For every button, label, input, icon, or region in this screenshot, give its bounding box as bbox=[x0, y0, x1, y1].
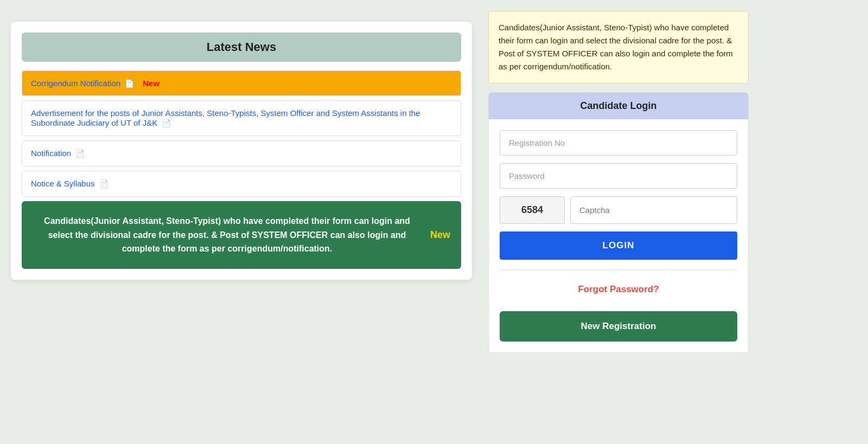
notification-row: Notification 📄 bbox=[22, 141, 461, 166]
green-box-new-badge: New bbox=[430, 229, 450, 241]
syllabus-row: Notice & Syllabus 📄 bbox=[22, 171, 461, 196]
syllabus-link[interactable]: Notice & Syllabus 📄 bbox=[31, 179, 108, 188]
advertisement-link[interactable]: Advertisement for the posts of Junior As… bbox=[31, 108, 420, 127]
advertisement-item: Advertisement for the posts of Junior As… bbox=[22, 100, 461, 136]
divider bbox=[500, 269, 737, 270]
new-registration-button[interactable]: New Registration bbox=[500, 311, 737, 342]
login-header: Candidate Login bbox=[489, 93, 748, 119]
login-button[interactable]: LOGIN bbox=[500, 231, 737, 260]
corrigendum-item: Corrigendum Notification 📄 New bbox=[22, 70, 461, 96]
pdf-icon-advert: 📄 bbox=[162, 119, 171, 127]
green-notice-box: Candidates(Junior Assistant, Steno-Typis… bbox=[22, 201, 461, 269]
green-box-text: Candidates(Junior Assistant, Steno-Typis… bbox=[33, 214, 422, 256]
latest-news-header: Latest News bbox=[22, 33, 461, 62]
notification-item: Notification 📄 bbox=[22, 140, 461, 166]
syllabus-item: Notice & Syllabus 📄 bbox=[22, 171, 461, 197]
pdf-icon: 📄 bbox=[125, 79, 134, 88]
login-body: 6584 LOGIN Forgot Password? New Registra… bbox=[489, 119, 748, 352]
notification-link[interactable]: Notification 📄 bbox=[31, 149, 85, 158]
login-panel: Candidate Login 6584 LOGIN Forgot Passwo… bbox=[488, 92, 749, 353]
captcha-input[interactable] bbox=[570, 196, 737, 224]
forgot-password-link[interactable]: Forgot Password? bbox=[500, 280, 737, 299]
corrigendum-link[interactable]: Corrigendum Notification 📄 bbox=[31, 79, 134, 88]
pdf-icon-notification: 📄 bbox=[75, 149, 85, 158]
info-box: Candidates(Junior Assistant, Steno-Typis… bbox=[488, 11, 749, 83]
new-badge-corrigendum: New bbox=[143, 79, 159, 88]
captcha-display: 6584 bbox=[500, 196, 565, 224]
corrigendum-row: Corrigendum Notification 📄 New bbox=[22, 71, 461, 95]
right-panel: Candidates(Junior Assistant, Steno-Typis… bbox=[488, 11, 749, 353]
password-input[interactable] bbox=[500, 163, 737, 189]
captcha-row: 6584 bbox=[500, 196, 737, 224]
advertisement-row: Advertisement for the posts of Junior As… bbox=[22, 101, 461, 136]
pdf-icon-syllabus: 📄 bbox=[99, 179, 108, 188]
registration-input[interactable] bbox=[500, 130, 737, 156]
left-panel: Latest News Corrigendum Notification 📄 N… bbox=[11, 22, 472, 280]
